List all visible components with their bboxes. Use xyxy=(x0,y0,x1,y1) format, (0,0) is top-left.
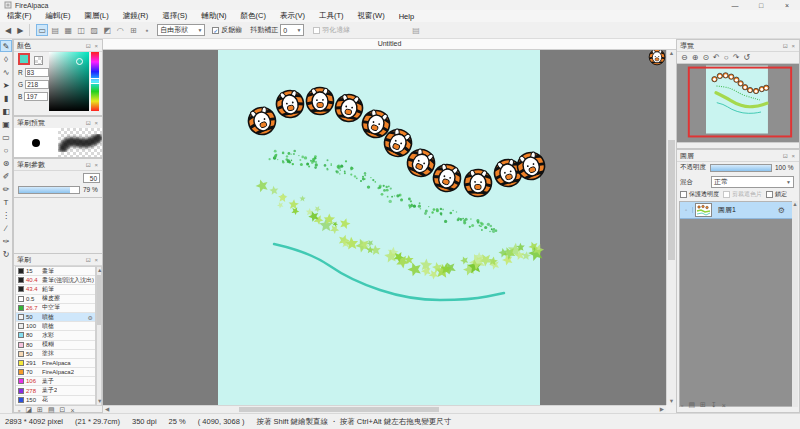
menu-item-11[interactable]: Help xyxy=(392,10,421,22)
primary-color-swatch[interactable] xyxy=(18,53,30,65)
navigator-thumbnail[interactable] xyxy=(677,63,799,143)
snap-radial-icon[interactable]: ◩ xyxy=(101,24,113,36)
lock-checkbox[interactable]: 鎖定 xyxy=(766,190,787,199)
redo-button[interactable]: ▶ xyxy=(17,26,23,35)
antialias-checkbox[interactable]: ✓ 反鋸齒 xyxy=(212,25,242,35)
brush-row[interactable]: 80模糊 xyxy=(16,341,95,350)
scroll-down-icon[interactable]: ▼ xyxy=(667,398,676,405)
brush-row[interactable]: 50塗抹 xyxy=(16,350,95,359)
brush-row[interactable]: 150花 xyxy=(16,396,95,405)
snap-cross-icon[interactable]: ▦ xyxy=(62,24,74,36)
brush-row[interactable]: 291FireAlpaca xyxy=(16,359,95,368)
protect-alpha-checkbox[interactable]: 保護透明度 xyxy=(680,190,719,199)
brush-row[interactable]: 70FireAlpaca2 xyxy=(16,368,95,377)
brush-size-slider[interactable] xyxy=(18,186,80,194)
snap-curve-icon[interactable]: ◠ xyxy=(114,24,126,36)
minimize-button[interactable]: — xyxy=(722,0,748,10)
layer-folder-icon[interactable]: ▤ xyxy=(688,401,695,409)
r-input[interactable] xyxy=(25,68,49,77)
layer-row[interactable]: ◦ 圖層1 ⚙ xyxy=(680,202,795,219)
brush-row[interactable]: 40.4畫筆(強弱沈入沈出) xyxy=(16,276,95,285)
layer-settings-icon[interactable]: ⚙ xyxy=(778,206,785,215)
menu-item-5[interactable]: 選擇(S) xyxy=(155,10,194,22)
brush-size-value[interactable]: 50 xyxy=(83,173,100,183)
panel-dock-icons[interactable]: ⊡ × xyxy=(783,152,796,159)
close-button[interactable]: × xyxy=(774,0,800,10)
merge-layer-icon[interactable]: ↧ xyxy=(711,401,717,409)
zoom-reset-icon[interactable]: ⊙ xyxy=(702,53,709,62)
menu-item-4[interactable]: 濾鏡(R) xyxy=(116,10,155,22)
brush-list-scrollbar[interactable]: ▲ ▼ xyxy=(96,266,102,406)
scroll-left-icon[interactable]: ◀ xyxy=(105,406,109,413)
g-input[interactable] xyxy=(25,80,49,89)
zoom-in-icon[interactable]: ⊕ xyxy=(692,53,699,62)
panel-dock-icons[interactable]: ⊡ × xyxy=(86,42,99,49)
pen-tool[interactable]: ✎ xyxy=(0,40,12,52)
layer-list-scrollbar[interactable]: ▲ xyxy=(792,201,798,407)
scrollbar-thumb[interactable] xyxy=(239,407,439,412)
brush-row[interactable]: 80水彩 xyxy=(16,331,95,340)
delete-layer-icon[interactable]: × xyxy=(722,402,726,409)
zoom-out-icon[interactable]: ⊖ xyxy=(681,53,688,62)
snap-vertical-icon[interactable]: ◫ xyxy=(75,24,87,36)
fill-tool[interactable]: ▮ xyxy=(0,92,12,104)
rotate-reset-icon[interactable]: ○ xyxy=(724,53,729,62)
menu-item-10[interactable]: 視窗(W) xyxy=(351,10,392,22)
brush-settings-icon[interactable]: ⚙ xyxy=(88,314,93,321)
secondary-color-swatch[interactable] xyxy=(34,56,43,65)
b-input[interactable] xyxy=(24,92,48,101)
rect-select-tool[interactable]: ▭ xyxy=(0,131,12,143)
menu-item-9[interactable]: 工具(T) xyxy=(312,10,351,22)
menu-item-1[interactable]: 檔案(F) xyxy=(0,10,39,22)
fit-view-icon[interactable]: ↺ xyxy=(743,53,750,62)
stamp-tool[interactable]: ▣ xyxy=(0,118,12,130)
line-tool[interactable]: ∕ xyxy=(0,222,12,234)
menu-item-3[interactable]: 圖層(L) xyxy=(78,10,116,22)
brush-row[interactable]: 50噴槍⚙ xyxy=(16,313,95,322)
rotate-ccw-icon[interactable]: ↶ xyxy=(713,53,720,62)
stabilizer-select[interactable]: 0▼ xyxy=(280,24,304,36)
menu-item-8[interactable]: 表示(V) xyxy=(273,10,312,22)
scrollbar-thumb[interactable] xyxy=(97,275,101,325)
magic-wand-tool[interactable]: ⊛ xyxy=(0,157,12,169)
canvas-hscrollbar[interactable]: ◀ ▶ xyxy=(103,405,666,413)
menu-item-6[interactable]: 輔助(N) xyxy=(194,10,233,22)
toolbar-overflow-icon[interactable]: ▤ xyxy=(412,26,420,35)
snap-parallel-icon[interactable]: ▤ xyxy=(49,24,61,36)
add-layer-icon[interactable]: ▫ xyxy=(681,402,683,409)
snap-grid-icon[interactable]: ⊞ xyxy=(127,24,139,36)
saturation-value-picker[interactable] xyxy=(49,52,89,111)
scrollbar-thumb[interactable] xyxy=(668,140,675,260)
eyedropper-tool[interactable]: ✑ xyxy=(0,235,12,247)
snap-off-icon[interactable]: ▭ xyxy=(36,24,48,36)
menu-item-7[interactable]: 顏色(C) xyxy=(234,10,273,22)
gradient-tool[interactable]: ◧ xyxy=(0,105,12,117)
menu-item-2[interactable]: 編輯(E) xyxy=(39,10,78,22)
panel-dock-icons[interactable]: ⊡ × xyxy=(86,119,99,126)
smudge-tool[interactable]: ∿ xyxy=(0,66,12,78)
snap-vanishing-icon[interactable]: ▨ xyxy=(88,24,100,36)
canvas-vscrollbar[interactable]: ▲ ▼ xyxy=(666,50,676,405)
shape-select[interactable]: 自由形狀▼ xyxy=(157,24,205,36)
panel-dock-icons[interactable]: ⊡ × xyxy=(783,42,796,49)
panel-dock-icons[interactable]: ⊡ × xyxy=(86,161,99,168)
tab-untitled[interactable]: Untitled xyxy=(378,40,402,47)
duplicate-layer-icon[interactable]: ⊞ xyxy=(700,401,706,409)
lasso-tool[interactable]: ○ xyxy=(0,144,12,156)
brush-row[interactable]: 26.7中空筆 xyxy=(16,304,95,313)
hand-tool[interactable]: ↻ xyxy=(0,248,12,260)
opacity-slider[interactable] xyxy=(710,164,772,172)
hue-slider[interactable] xyxy=(91,52,99,111)
scroll-up-icon[interactable]: ▲ xyxy=(667,50,676,57)
eraser-tool[interactable]: ◊ xyxy=(0,53,12,65)
rotate-cw-icon[interactable]: ↷ xyxy=(733,53,740,62)
layer-visibility-icon[interactable]: ◦ xyxy=(680,207,693,213)
undo-button[interactable]: ◀ xyxy=(5,26,11,35)
scroll-right-icon[interactable]: ▶ xyxy=(660,406,664,413)
select-eraser-tool[interactable]: ✏ xyxy=(0,183,12,195)
operation-tool[interactable]: ⋮ xyxy=(0,209,12,221)
scroll-up-icon[interactable]: ▲ xyxy=(97,267,101,274)
maximize-button[interactable]: □ xyxy=(748,0,774,10)
text-tool[interactable]: T xyxy=(0,196,12,208)
snap-point-icon[interactable]: ● xyxy=(145,27,148,33)
